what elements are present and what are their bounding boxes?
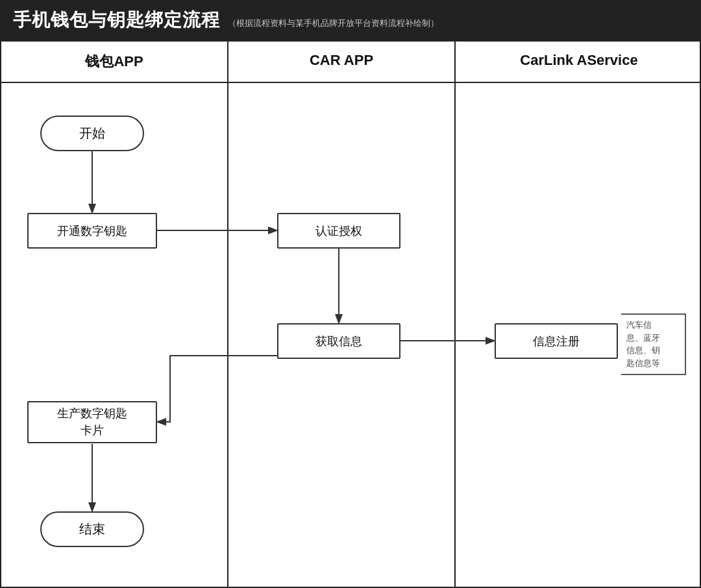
note-bracket: 汽车信息、蓝牙信息、钥匙信息等 bbox=[621, 313, 686, 375]
node-start: 开始 bbox=[40, 116, 144, 151]
node-info-reg: 信息注册 bbox=[495, 323, 618, 359]
node-open-key: 开通数字钥匙 bbox=[27, 213, 157, 249]
title-bar: 手机钱包与钥匙绑定流程 （根据流程资料与某手机品牌开放平台资料流程补绘制） bbox=[0, 0, 701, 40]
column-headers: 钱包APP CAR APP CarLink AService bbox=[1, 42, 700, 83]
col-header-wallet: 钱包APP bbox=[1, 42, 228, 82]
lane-wallet: 开始 开通数字钥匙 生产数字钥匙卡片 结束 bbox=[1, 83, 228, 587]
col-header-car: CAR APP bbox=[228, 42, 456, 82]
node-produce-key: 生产数字钥匙卡片 bbox=[27, 401, 157, 443]
lane-carlink: 信息注册 汽车信息、蓝牙信息、钥匙信息等 bbox=[456, 83, 701, 587]
col-header-carlink: CarLink AService bbox=[456, 42, 701, 82]
diagram-body: 开始 开通数字钥匙 生产数字钥匙卡片 结束 认证授 bbox=[1, 83, 700, 587]
page-title: 手机钱包与钥匙绑定流程 bbox=[13, 8, 220, 32]
diagram-container: 钱包APP CAR APP CarLink AService 开始 开通数字钥匙… bbox=[0, 40, 701, 588]
node-get-info: 获取信息 bbox=[277, 323, 400, 359]
lane-car: 认证授权 获取信息 bbox=[228, 83, 456, 587]
page-subtitle: （根据流程资料与某手机品牌开放平台资料流程补绘制） bbox=[228, 18, 439, 29]
page-wrapper: 手机钱包与钥匙绑定流程 （根据流程资料与某手机品牌开放平台资料流程补绘制） 钱包… bbox=[0, 0, 701, 588]
node-end: 结束 bbox=[40, 511, 144, 547]
node-auth: 认证授权 bbox=[277, 213, 400, 249]
